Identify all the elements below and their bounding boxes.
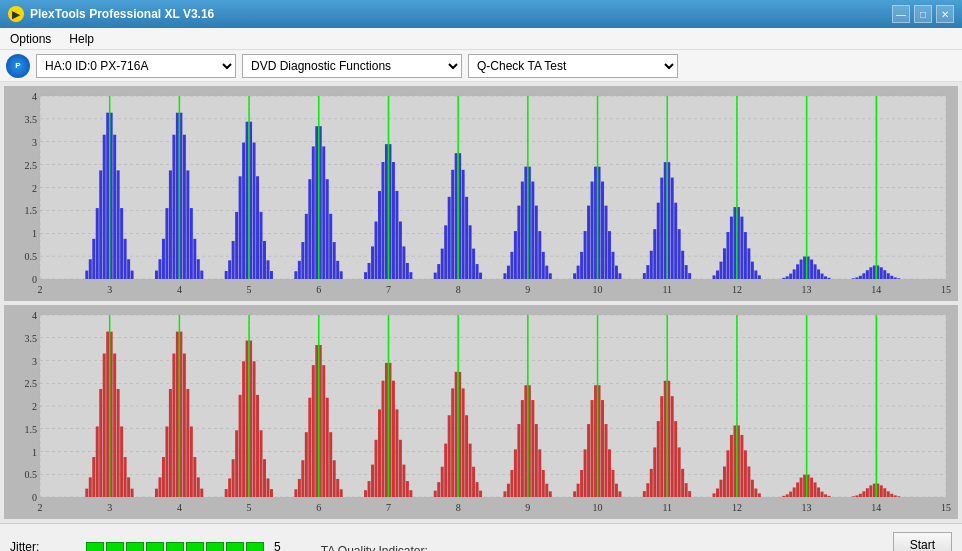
bottom-chart xyxy=(4,305,958,519)
ta-quality-label: TA Quality Indicator: xyxy=(321,544,428,551)
close-button[interactable]: ✕ xyxy=(936,5,954,23)
title-bar-left: ▶ PlexTools Professional XL V3.16 xyxy=(8,6,214,22)
start-button[interactable]: Start xyxy=(893,532,952,552)
bar-segment xyxy=(166,542,184,552)
jitter-row: Jitter: 5 xyxy=(10,540,281,552)
bar-segment xyxy=(186,542,204,552)
bar-segment xyxy=(206,542,224,552)
metrics-section: Jitter: 5 Peak Shift: 5 xyxy=(10,540,281,552)
maximize-button[interactable]: □ xyxy=(914,5,932,23)
button-area: Start i xyxy=(893,532,952,552)
jitter-label: Jitter: xyxy=(10,540,80,552)
app-title: PlexTools Professional XL V3.16 xyxy=(30,7,214,21)
device-select[interactable]: HA:0 ID:0 PX-716A xyxy=(36,54,236,78)
bar-segment xyxy=(126,542,144,552)
ta-quality-section: TA Quality Indicator: Excellent xyxy=(321,544,428,551)
minimize-button[interactable]: — xyxy=(892,5,910,23)
bottom-chart-container xyxy=(4,305,958,519)
main-content xyxy=(0,82,962,523)
toolbar-logo: P xyxy=(6,54,30,78)
top-chart-container xyxy=(4,86,958,301)
bottom-panel: Jitter: 5 Peak Shift: 5 TA Quality Indic… xyxy=(0,523,962,551)
bar-segment xyxy=(146,542,164,552)
bar-segment xyxy=(226,542,244,552)
bar-segment xyxy=(246,542,264,552)
test-select[interactable]: Q-Check TA Test xyxy=(468,54,678,78)
bar-segment xyxy=(86,542,104,552)
menu-bar: Options Help xyxy=(0,28,962,50)
title-bar-controls: — □ ✕ xyxy=(892,5,954,23)
menu-options[interactable]: Options xyxy=(6,31,55,47)
app-icon: ▶ xyxy=(8,6,24,22)
toolbar: P HA:0 ID:0 PX-716A DVD Diagnostic Funct… xyxy=(0,50,962,82)
bar-segment xyxy=(106,542,124,552)
top-chart xyxy=(4,86,958,301)
jitter-value: 5 xyxy=(274,540,281,552)
title-bar: ▶ PlexTools Professional XL V3.16 — □ ✕ xyxy=(0,0,962,28)
menu-help[interactable]: Help xyxy=(65,31,98,47)
function-select[interactable]: DVD Diagnostic Functions xyxy=(242,54,462,78)
jitter-bar xyxy=(86,542,264,552)
